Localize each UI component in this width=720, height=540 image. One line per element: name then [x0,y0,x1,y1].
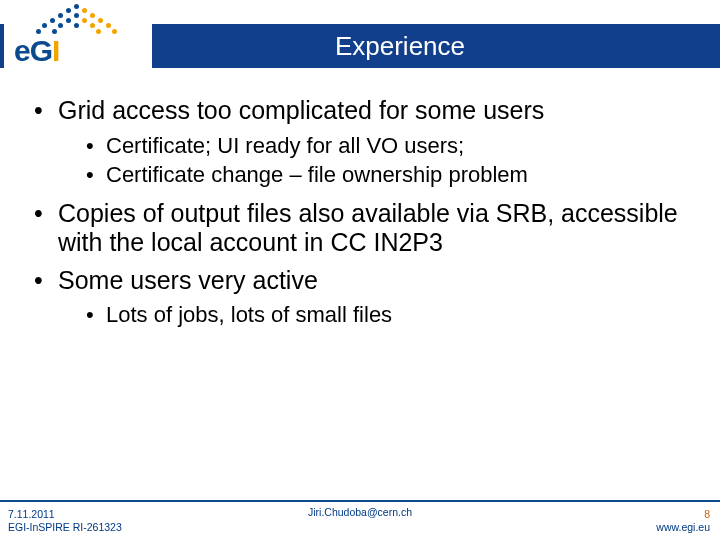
subbullet-item: Lots of jobs, lots of small files [84,301,690,329]
footer-divider [0,500,720,502]
slide-header: Experience eGI [0,0,720,74]
subbullet-text: Certificate; UI ready for all VO users; [106,133,464,158]
page-number: 8 [656,508,710,521]
footer-author: Jiri.Chudoba@cern.ch [0,506,720,518]
footer-url: www.egi.eu [656,521,710,534]
footer-project: EGI-InSPIRE RI-261323 [8,521,122,534]
bullet-item: Grid access too complicated for some use… [30,96,690,189]
logo: eGI [4,0,152,74]
subbullet-item: Certificate change – file ownership prob… [84,161,690,189]
bullet-item: Some users very active Lots of jobs, lot… [30,266,690,329]
subbullet-text: Certificate change – file ownership prob… [106,162,528,187]
bullet-item: Copies of output files also available vi… [30,199,690,258]
bullet-text: Grid access too complicated for some use… [58,96,544,124]
bullet-text: Copies of output files also available vi… [58,199,678,257]
subbullet-item: Certificate; UI ready for all VO users; [84,132,690,160]
logo-text: eGI [14,34,59,68]
bullet-text: Some users very active [58,266,318,294]
slide-footer: 7.11.2011 EGI-InSPIRE RI-261323 Jiri.Chu… [0,500,720,540]
logo-dots-icon [26,4,126,34]
footer-right: 8 www.egi.eu [656,508,710,534]
slide-body: Grid access too complicated for some use… [30,96,690,492]
subbullet-text: Lots of jobs, lots of small files [106,302,392,327]
